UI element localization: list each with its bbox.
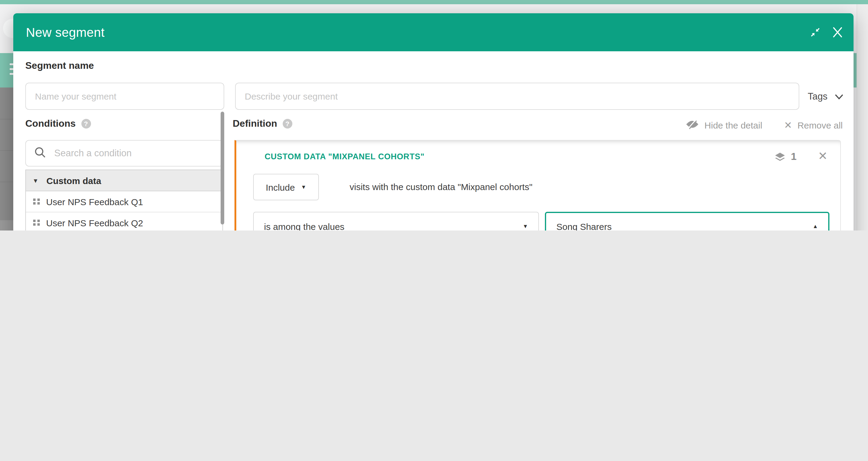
include-dropdown[interactable]: Include ▼ [253, 174, 319, 200]
value-dropdown[interactable]: Song Sharers ▲ [545, 212, 830, 231]
help-icon[interactable]: ? [283, 119, 292, 128]
definition-label: Definition ? [233, 118, 292, 129]
condition-card: CUSTOM DATA "MIXPANEL COHORTS" 1 ✕ Inclu… [235, 140, 841, 231]
x-icon: ✕ [784, 119, 792, 131]
operator-dropdown[interactable]: is among the values ▼ [253, 212, 539, 231]
chevron-down-icon [835, 91, 843, 102]
background-scroll-strip [857, 4, 868, 231]
condition-list: ▼ Custom data User NPS Feedback Q1 User … [25, 170, 223, 231]
definition-actions: Hide the detail ✕ Remove all [685, 119, 843, 131]
new-segment-dialog: New segment Segment name Tags Conditions… [13, 13, 854, 231]
search-icon [34, 146, 46, 160]
dialog-title: New segment [26, 13, 104, 51]
segment-name-label: Segment name [25, 60, 94, 71]
scrollbar-thumb[interactable] [221, 112, 224, 225]
hide-detail-button[interactable]: Hide the detail [704, 120, 762, 130]
triangle-down-icon: ▼ [523, 223, 528, 229]
screen: New segment Segment name Tags Conditions… [0, 0, 868, 231]
dialog-header [13, 13, 854, 51]
collapse-icon[interactable] [809, 26, 822, 39]
condition-sentence: visits with the custom data "Mixpanel co… [350, 174, 532, 200]
condition-search[interactable]: Search a condition [25, 140, 223, 167]
segment-description-input[interactable] [235, 83, 799, 110]
layers-icon [774, 152, 786, 165]
background-top-strip [0, 0, 868, 4]
triangle-down-icon: ▼ [33, 177, 39, 184]
drag-handle-icon[interactable] [33, 199, 39, 205]
eye-slash-icon[interactable] [685, 119, 699, 131]
search-placeholder: Search a condition [54, 148, 132, 159]
list-item[interactable]: User NPS Feedback Q1 [26, 191, 222, 212]
triangle-down-icon: ▼ [301, 184, 306, 190]
list-item[interactable]: User NPS Feedback Q2 [26, 212, 222, 231]
tags-dropdown[interactable]: Tags [808, 88, 843, 105]
layer-count: 1 [791, 151, 797, 163]
tags-label: Tags [808, 91, 828, 102]
close-icon[interactable] [831, 26, 844, 39]
remove-all-button[interactable]: Remove all [798, 120, 843, 130]
help-icon[interactable]: ? [81, 119, 91, 128]
drag-handle-icon[interactable] [33, 220, 39, 226]
section-custom-data[interactable]: ▼ Custom data [26, 170, 222, 191]
segment-name-input[interactable] [25, 83, 224, 110]
remove-condition-icon[interactable]: ✕ [818, 149, 828, 163]
condition-card-title: CUSTOM DATA "MIXPANEL COHORTS" [265, 152, 425, 161]
conditions-label: Conditions ? [25, 118, 91, 129]
triangle-up-icon: ▲ [812, 223, 818, 229]
